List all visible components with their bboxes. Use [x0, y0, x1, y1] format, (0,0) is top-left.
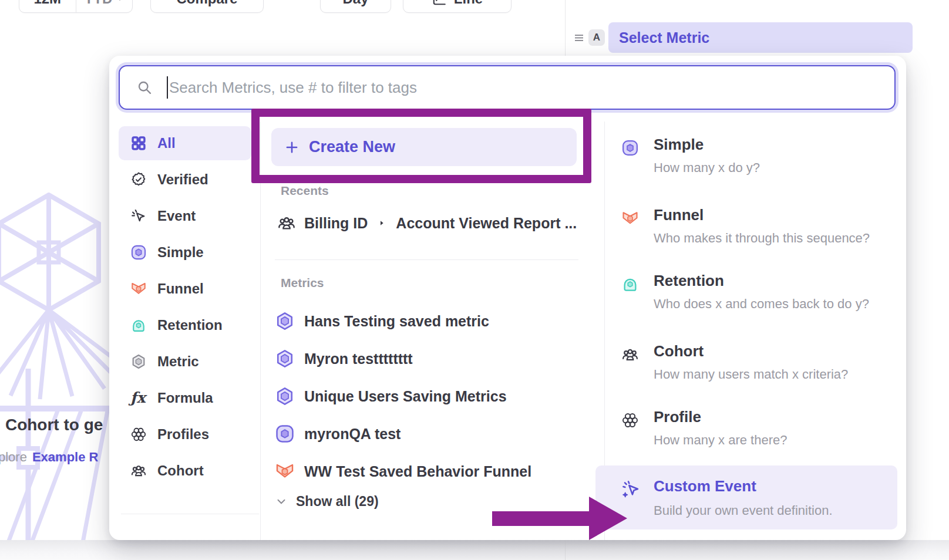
create-new-button[interactable]: Create New: [271, 128, 577, 166]
type-desc: Who does x and comes back to do y?: [654, 296, 869, 312]
recent-item[interactable]: Billing ID Account Viewed Report ...: [277, 210, 577, 236]
saved-metric-item[interactable]: myronQA test: [275, 421, 580, 447]
simple-metric-icon: [130, 244, 147, 261]
sidebar-item-formula[interactable]: ƒx Formula: [119, 381, 251, 415]
saved-metric-item[interactable]: Hans Testing saved metric: [275, 308, 580, 334]
example-report-link[interactable]: Example R: [32, 450, 99, 465]
range-12m-label: 12M: [33, 0, 61, 7]
sidebar-item-simple[interactable]: Simple: [119, 235, 251, 269]
metric-search-box[interactable]: [119, 65, 896, 110]
chart-type-line-button[interactable]: Line: [403, 0, 511, 13]
retention-icon: [130, 317, 147, 333]
type-title: Retention: [654, 272, 724, 290]
sidebar-section-divider: [121, 514, 259, 514]
profiles-flower-icon: [621, 411, 639, 429]
range-ytd-button[interactable]: YTD: [76, 0, 133, 12]
sidebar-item-event[interactable]: Event: [119, 199, 251, 233]
funnel-icon: [130, 281, 147, 297]
type-title: Profile: [654, 408, 701, 426]
type-retention[interactable]: Retention Who does x and comes back to d…: [595, 271, 897, 335]
empty-state-wireframe-illustration: [0, 193, 116, 552]
sidebar-label: Funnel: [157, 281, 204, 297]
saved-metric-item[interactable]: Myron testttttttt: [275, 346, 580, 372]
profiles-flower-icon: [130, 426, 147, 443]
simple-metric-icon: [621, 139, 639, 157]
sidebar-label: Metric: [157, 353, 199, 370]
sidebar-item-funnel[interactable]: Funnel: [119, 272, 251, 306]
show-all-button[interactable]: Show all (29): [275, 491, 379, 512]
verified-badge-icon: [130, 171, 147, 188]
type-title: Cohort: [654, 342, 704, 360]
search-input[interactable]: [169, 70, 894, 105]
type-desc: How many x are there?: [654, 433, 787, 448]
select-metric-button[interactable]: Select Metric: [608, 22, 913, 53]
drag-handle-icon[interactable]: [574, 33, 584, 42]
saved-metric-item[interactable]: Unique Users Saving Metrics: [275, 383, 580, 409]
saved-metric-label: Hans Testing saved metric: [304, 313, 489, 330]
empty-state-headline: r Cohort to ge: [0, 416, 103, 434]
headline-fragment: Cohort to ge: [5, 416, 103, 434]
sidebar-item-all[interactable]: All: [119, 126, 251, 160]
metric-row-badge: A: [588, 29, 605, 46]
explore-prefix: xplore: [0, 450, 27, 465]
line-chart-icon: [432, 0, 447, 6]
search-icon: [136, 79, 153, 96]
metric-picker-screen: 12M YTD Compare Day Line A Select Metric…: [0, 0, 949, 560]
sidebar-item-cohort[interactable]: Cohort: [119, 454, 251, 488]
type-desc: How many x do y?: [654, 160, 760, 176]
metric-builder-row: A Select Metric: [574, 22, 913, 53]
sidebar-label: Event: [157, 208, 196, 224]
type-funnel[interactable]: Funnel Who makes it through this sequenc…: [595, 205, 897, 269]
sidebar-label: Profiles: [157, 426, 209, 443]
saved-metric-item[interactable]: WW Test Saved Behavior Funnel: [275, 458, 580, 484]
metric-hexagon-icon: [275, 386, 295, 406]
type-title: Funnel: [654, 206, 704, 224]
cohort-people-icon: [277, 214, 296, 232]
type-cohort[interactable]: Cohort How many users match x criteria?: [595, 341, 897, 406]
chevron-down-icon: [275, 495, 288, 508]
sidebar-label: All: [157, 135, 176, 151]
metrics-header: Metrics: [281, 276, 324, 290]
range-12m-button[interactable]: 12M: [19, 0, 76, 12]
range-ytd-label: YTD: [84, 0, 112, 7]
select-metric-dialog: All Verified Event Simple Funnel Retenti…: [109, 56, 906, 540]
sidebar-label: Formula: [157, 390, 213, 406]
custom-event-icon: [621, 480, 640, 498]
day-label: Day: [342, 0, 368, 7]
grid-icon: [130, 135, 147, 151]
funnel-icon: [621, 210, 639, 227]
type-desc: Who makes it through this sequence?: [654, 231, 870, 246]
retention-icon: [621, 275, 639, 293]
type-simple[interactable]: Simple How many x do y?: [595, 134, 897, 199]
cohort-people-icon: [621, 346, 639, 363]
type-profile[interactable]: Profile How many x are there?: [595, 407, 897, 471]
create-new-label: Create New: [309, 138, 395, 156]
compare-button[interactable]: Compare: [150, 0, 264, 13]
select-metric-label: Select Metric: [619, 29, 709, 46]
type-title: Custom Event: [654, 477, 756, 495]
text-cursor: [167, 76, 168, 99]
sidebar-label: Retention: [157, 317, 223, 333]
type-desc: Build your own event definition.: [654, 503, 833, 518]
recent-item-secondary: Account Viewed Report ...: [396, 215, 577, 232]
chevron-down-icon: [116, 0, 124, 3]
sidebar-item-metric[interactable]: Metric: [119, 345, 251, 379]
granularity-day-button[interactable]: Day: [320, 0, 391, 13]
metric-hexagon-gray-icon: [130, 353, 147, 370]
recents-metrics-divider: [275, 259, 578, 260]
sidebar-item-profiles[interactable]: Profiles: [119, 417, 251, 451]
saved-metric-label: myronQA test: [304, 426, 401, 443]
sidebar-label: Verified: [157, 171, 208, 188]
sidebar-item-tags[interactable]: Tags: [119, 531, 251, 540]
type-title: Simple: [654, 136, 704, 154]
plus-icon: [284, 140, 299, 155]
saved-metric-label: Unique Users Saving Metrics: [304, 388, 507, 405]
caret-right-icon: [377, 218, 386, 228]
compare-label: Compare: [176, 0, 237, 7]
recent-item-primary: Billing ID: [304, 215, 368, 232]
type-custom-event[interactable]: Custom Event Build your own event defini…: [595, 465, 897, 529]
sidebar-item-retention[interactable]: Retention: [119, 308, 251, 342]
sidebar-column-divider: [260, 122, 261, 540]
empty-state-explore-line: xplore Example R: [0, 450, 98, 465]
sidebar-item-verified[interactable]: Verified: [119, 163, 251, 197]
